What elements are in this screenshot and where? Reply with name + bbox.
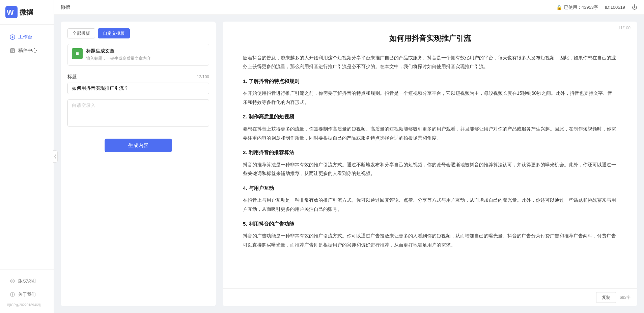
sidebar-item-about-label: 关于我们 [18, 291, 36, 297]
sidebar-bottom: © 版权说明 关于我们 蜀ICP备2022018946号 [0, 269, 54, 313]
copy-button[interactable]: 复制 [596, 292, 616, 303]
id-label: ID:100519 [605, 5, 625, 10]
logo-text: 微撰 [20, 8, 33, 17]
sidebar-item-copyright[interactable]: © 版权说明 [3, 275, 51, 287]
tab-custom-templates[interactable]: 自定义模板 [98, 28, 130, 38]
drafts-icon [9, 48, 16, 54]
template-card-icon: ≡ [72, 48, 83, 59]
about-icon [9, 291, 16, 297]
section-1-heading: 1. 了解抖音的特点和规则 [243, 77, 617, 86]
power-button[interactable]: ⏻ [632, 4, 637, 10]
sidebar-item-workbench-label: 工作台 [18, 34, 32, 40]
page-count: 11/100 [618, 26, 631, 30]
article-body: 随着抖音的普及，越来越多的人开始利用这个短视频分享平台来推广自己的产品或服务。抖… [243, 53, 617, 250]
sidebar: W 微撰 工作台 稿件中心 [0, 0, 54, 313]
article-title: 如何用抖音实现推广引流 [243, 32, 617, 45]
section-4-heading: 4. 与用户互动 [243, 183, 617, 193]
usage-icon: 🔒 [556, 5, 562, 10]
section-5-heading: 5. 利用抖音的广告功能 [243, 219, 617, 229]
template-tabs: 全部模板 自定义模板 [67, 28, 209, 38]
copyright-icon: © [9, 278, 16, 284]
template-card[interactable]: ≡ 标题生成文章 输入标题，一键生成高质量文章内容 [67, 44, 209, 66]
title-label-row: 标题 12/100 [67, 74, 209, 80]
sidebar-item-drafts[interactable]: 稿件中心 [3, 44, 51, 57]
icp-text: 蜀ICP备2022018946号 [0, 302, 54, 310]
section-5-content: 抖音的广告功能是一种非常有效的推广引流方式。你可以通过广告投放来让更多的人看到你… [243, 231, 617, 249]
sidebar-collapse-handle[interactable] [53, 150, 58, 163]
title-label: 标题 [67, 74, 77, 80]
sidebar-item-workbench[interactable]: 工作台 [3, 31, 51, 44]
template-description: 输入标题，一键生成高质量文章内容 [86, 56, 151, 61]
word-count: 693字 [620, 295, 631, 301]
section-3-content: 抖音的推荐算法是一种非常有效的推广引流方式。通过不断地发布和分享自己的短视频，你… [243, 160, 617, 178]
tab-all-templates[interactable]: 全部模板 [67, 28, 95, 38]
section-1-content: 在开始使用抖音进行推广引流之前，你需要了解抖音的特点和规则。抖音是一个短视频分享… [243, 89, 617, 107]
form-divider [67, 133, 209, 133]
section-4-content: 在抖音上与用户互动是一种非常有效的推广引流方式。你可以通过回复评论、点赞、分享等… [243, 196, 617, 214]
topbar-title: 微撰 [61, 4, 70, 10]
main-area: 微撰 🔒 已使用：43953字 ID:100519 ⏻ 全部模板 自定义模板 ≡… [54, 0, 644, 313]
template-info: 标题生成文章 输入标题，一键生成高质量文章内容 [86, 48, 151, 61]
form-section: 标题 12/100 [67, 74, 209, 127]
content-area: 全部模板 自定义模板 ≡ 标题生成文章 输入标题，一键生成高质量文章内容 标题 … [54, 15, 644, 313]
workbench-icon [9, 34, 16, 40]
sidebar-item-copyright-label: 版权说明 [18, 278, 36, 284]
section-2-heading: 2. 制作高质量的短视频 [243, 112, 617, 122]
left-panel: 全部模板 自定义模板 ≡ 标题生成文章 输入标题，一键生成高质量文章内容 标题 … [61, 22, 216, 306]
right-panel: 11/100 如何用抖音实现推广引流 随着抖音的普及，越来越多的人开始利用这个短… [223, 22, 637, 306]
svg-text:©: © [11, 280, 13, 283]
article-content[interactable]: 如何用抖音实现推广引流 随着抖音的普及，越来越多的人开始利用这个短视频分享平台来… [223, 22, 637, 288]
generate-button[interactable]: 生成内容 [105, 139, 172, 152]
sidebar-item-drafts-label: 稿件中心 [18, 48, 37, 54]
template-title: 标题生成文章 [86, 48, 151, 54]
article-footer: 复制 693字 [223, 288, 637, 306]
title-input[interactable] [67, 83, 209, 94]
logo-area: W 微撰 [0, 0, 54, 25]
article-intro: 随着抖音的普及，越来越多的人开始利用这个短视频分享平台来推广自己的产品或服务。抖… [243, 53, 617, 71]
section-2-content: 要想在抖音上获得更多的流量，你需要制作高质量的短视频。高质量的短视频能够吸引更多… [243, 124, 617, 142]
topbar-right: 🔒 已使用：43953字 ID:100519 ⏻ [556, 4, 637, 10]
logo-icon: W [5, 6, 18, 18]
usage-info: 🔒 已使用：43953字 [556, 4, 598, 10]
svg-text:W: W [7, 8, 14, 17]
content-textarea[interactable] [67, 99, 209, 126]
section-3-heading: 3. 利用抖音的推荐算法 [243, 148, 617, 158]
topbar: 微撰 🔒 已使用：43953字 ID:100519 ⏻ [54, 0, 644, 15]
sidebar-item-about[interactable]: 关于我们 [3, 288, 51, 301]
nav-section: 工作台 稿件中心 [0, 25, 54, 269]
usage-label: 已使用：43953字 [564, 4, 598, 10]
title-char-count: 12/100 [197, 75, 209, 79]
